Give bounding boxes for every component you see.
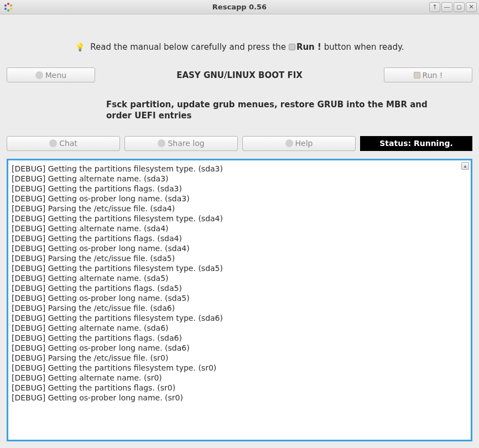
window-minimize-button[interactable]: — [441,2,452,12]
page-title: EASY GNU/LINUX BOOT FIX [95,70,384,80]
lightbulb-icon: 💡 [75,43,85,51]
menu-icon [35,71,43,79]
content: 💡 Read the manual below carefully and pr… [0,14,479,448]
run-button-label: Run ! [423,71,443,80]
menu-button-label: Menu [45,71,66,80]
titlebar[interactable]: Rescapp 0.56 ↑ — ◻ ✕ [0,0,479,14]
action-row: Chat Share log Help Status: Running. [7,136,472,151]
help-button[interactable]: Help [242,136,356,151]
run-icon [289,44,295,50]
help-icon [285,139,293,147]
instruction-text: 💡 Read the manual below carefully and pr… [7,42,472,52]
window-controls: ↑ — ◻ ✕ [429,2,477,12]
instruction-prefix: Read the manual below carefully and pres… [90,42,289,52]
share-log-button[interactable]: Share log [124,136,238,151]
window-maximize-button[interactable]: ◻ [454,2,465,12]
description-text: Fsck partition, update grub menues, rest… [106,99,472,122]
chat-button[interactable]: Chat [7,136,120,151]
app-icon [3,2,13,12]
svg-point-0 [7,3,9,5]
help-button-label: Help [295,139,313,148]
chat-icon [49,139,57,147]
window-title: Rescapp 0.56 [0,3,479,11]
instruction-run-label: Run ! [296,42,321,52]
share-icon [158,139,165,147]
share-log-button-label: Share log [168,139,204,148]
instruction-suffix: button when ready. [324,42,404,52]
svg-point-3 [7,9,9,12]
run-button-icon [414,72,420,79]
svg-point-1 [10,4,12,7]
window-rollup-button[interactable]: ↑ [429,2,440,12]
log-panel: ▴ [DEBUG] Getting the partitions filesys… [7,159,472,442]
log-output[interactable]: [DEBUG] Getting the partitions filesyste… [8,160,471,440]
window-close-button[interactable]: ✕ [466,2,477,12]
run-button[interactable]: Run ! [384,67,472,82]
svg-point-4 [4,8,7,10]
status-badge: Status: Running. [360,136,472,151]
svg-point-5 [4,4,7,7]
top-row: Menu EASY GNU/LINUX BOOT FIX Run ! [7,67,472,82]
chat-button-label: Chat [59,139,77,148]
svg-point-2 [10,8,12,10]
menu-button[interactable]: Menu [7,67,95,82]
